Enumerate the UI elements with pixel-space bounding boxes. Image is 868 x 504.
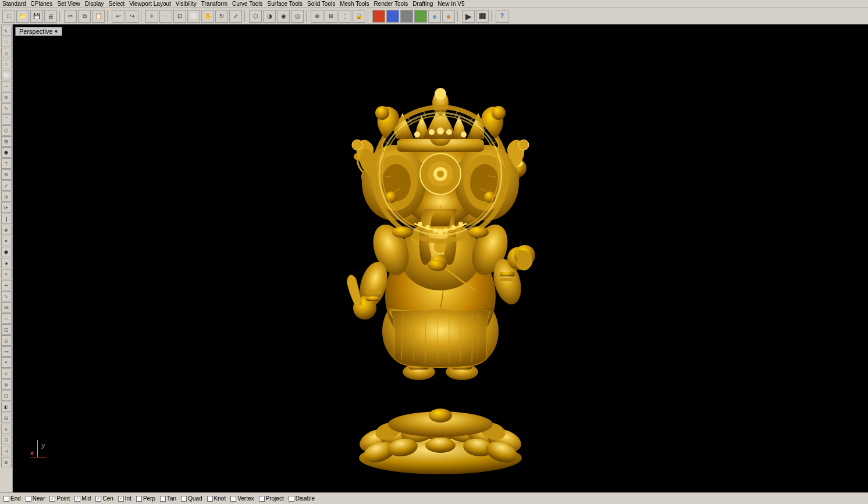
menu-visibility[interactable]: Visibility: [176, 1, 197, 7]
help-button[interactable]: ?: [496, 10, 508, 23]
status-checkbox-project[interactable]: [259, 496, 265, 502]
open-button[interactable]: 📁: [16, 10, 29, 23]
left-btn-28[interactable]: ◫: [1, 324, 12, 335]
left-btn-16[interactable]: ⊕: [1, 191, 12, 202]
color-sphere2[interactable]: ●: [386, 10, 399, 23]
left-btn-31[interactable]: ⌖: [1, 357, 12, 368]
left-btn-9[interactable]: ⌒: [1, 114, 12, 125]
menu-display[interactable]: Display: [85, 1, 104, 7]
ghosted-button[interactable]: ◎: [291, 10, 304, 23]
viewport-label[interactable]: Perspective ▼: [15, 27, 62, 36]
zoom-out-button[interactable]: −: [159, 10, 172, 23]
left-btn-37[interactable]: ⌾: [1, 424, 12, 434]
lock-button[interactable]: 🔒: [353, 10, 365, 23]
left-btn-33[interactable]: ⊚: [1, 379, 12, 390]
color-sphere1[interactable]: ●: [372, 10, 385, 23]
menu-viewport-layout[interactable]: Viewport Layout: [129, 1, 171, 7]
left-btn-23[interactable]: ✧: [1, 269, 12, 279]
pan-button[interactable]: ✋: [201, 10, 214, 23]
zoom-in-button[interactable]: +: [145, 10, 158, 23]
status-checkbox-int[interactable]: [118, 496, 124, 502]
rendered-button[interactable]: ◉: [277, 10, 290, 23]
left-btn-25[interactable]: ⤡: [1, 291, 12, 301]
color-sphere3[interactable]: ●: [400, 10, 413, 23]
status-checkbox-vertex[interactable]: [230, 496, 236, 502]
menu-solid-tools[interactable]: Solid Tools: [307, 1, 335, 7]
left-btn-19[interactable]: ⊗: [1, 225, 12, 235]
rotate-button[interactable]: ↻: [215, 10, 228, 23]
status-checkbox-tan[interactable]: [160, 496, 166, 502]
left-btn-11[interactable]: ⊞: [1, 136, 12, 147]
status-checkbox-disable[interactable]: [289, 496, 294, 502]
ortho-button[interactable]: ⊞: [325, 10, 337, 23]
status-checkbox-point[interactable]: [49, 496, 55, 502]
left-btn-29[interactable]: ⌸: [1, 335, 12, 346]
menu-render-tools[interactable]: Render Tools: [374, 1, 408, 7]
left-btn-39[interactable]: ⊣: [1, 446, 12, 456]
left-btn-24[interactable]: ⊸: [1, 280, 12, 290]
redo-button[interactable]: ↪: [126, 10, 138, 23]
left-btn-36[interactable]: ⊟: [1, 413, 12, 423]
zoom-fit-button[interactable]: ⊡: [173, 10, 186, 23]
copy-button[interactable]: ⧉: [78, 10, 91, 23]
color-sphere5[interactable]: ●: [428, 10, 441, 23]
menu-transform[interactable]: Transform: [201, 1, 227, 7]
grid-button[interactable]: ⋮: [339, 10, 351, 23]
viewport[interactable]: Perspective ▼: [13, 24, 868, 492]
zoom-window-button[interactable]: ⬜: [187, 10, 200, 23]
save-button[interactable]: 💾: [30, 10, 43, 23]
status-checkbox-perp[interactable]: [136, 496, 142, 502]
left-btn-34[interactable]: ⊡: [1, 391, 12, 401]
menu-select[interactable]: Select: [109, 1, 125, 7]
status-checkbox-knot[interactable]: [207, 496, 213, 502]
status-checkbox-mid[interactable]: [74, 496, 80, 502]
render2-button[interactable]: ⬛: [476, 10, 489, 23]
wireframe-button[interactable]: ⬡: [249, 10, 262, 23]
color-sphere6[interactable]: ●: [442, 10, 455, 23]
menu-new-in-v5[interactable]: New In V5: [437, 1, 464, 7]
left-btn-5[interactable]: ⬜: [1, 70, 12, 80]
menu-mesh-tools[interactable]: Mesh Tools: [340, 1, 369, 7]
viewport-dropdown-arrow[interactable]: ▼: [54, 29, 58, 34]
left-btn-40[interactable]: ⊜: [1, 457, 12, 467]
color-sphere4[interactable]: ●: [414, 10, 427, 23]
left-btn-26[interactable]: ⋈: [1, 302, 12, 313]
left-btn-10[interactable]: ⬡: [1, 125, 12, 136]
left-btn-30[interactable]: ⊶: [1, 346, 12, 357]
snap-button[interactable]: ⊕: [311, 10, 323, 23]
paste-button[interactable]: 📋: [92, 10, 105, 23]
status-checkbox-quad[interactable]: [181, 496, 187, 502]
left-btn-21[interactable]: ⬢: [1, 247, 12, 257]
menu-surface-tools[interactable]: Surface Tools: [268, 1, 303, 7]
left-btn-20[interactable]: ✦: [1, 236, 12, 246]
left-btn-13[interactable]: T: [1, 158, 12, 169]
print-button[interactable]: 🖨: [44, 10, 57, 23]
left-btn-18[interactable]: ∥: [1, 214, 12, 224]
left-btn-3[interactable]: △: [1, 48, 12, 58]
left-btn-38[interactable]: ⌻: [1, 435, 12, 445]
menu-drafting[interactable]: Drafting: [412, 1, 433, 7]
left-btn-2[interactable]: ⬚: [1, 37, 12, 47]
left-btn-4[interactable]: ○: [1, 59, 12, 69]
status-checkbox-cen[interactable]: [95, 496, 101, 502]
menu-standard[interactable]: Standard: [2, 1, 26, 7]
new-button[interactable]: □: [2, 10, 15, 23]
left-btn-8[interactable]: ∿: [1, 103, 12, 113]
left-btn-14[interactable]: ⟲: [1, 169, 12, 180]
render-button[interactable]: ▶: [462, 10, 475, 23]
left-btn-35[interactable]: ◧: [1, 402, 12, 412]
left-btn-6[interactable]: ⋯: [1, 81, 12, 91]
left-btn-15[interactable]: ⤢: [1, 180, 12, 191]
left-btn-32[interactable]: ⍉: [1, 368, 12, 379]
menu-cplanes[interactable]: CPlanes: [31, 1, 53, 7]
left-btn-22[interactable]: ◈: [1, 258, 12, 268]
undo-button[interactable]: ↩: [112, 10, 124, 23]
menu-setview[interactable]: Set View: [57, 1, 80, 7]
extents-button[interactable]: ⤢: [229, 10, 242, 23]
shaded-button[interactable]: ◑: [263, 10, 276, 23]
left-btn-27[interactable]: ⌓: [1, 313, 12, 324]
menu-curve-tools[interactable]: Curve Tools: [232, 1, 263, 7]
left-btn-7[interactable]: ⊙: [1, 92, 12, 102]
status-checkbox-near[interactable]: [26, 496, 31, 502]
left-btn-17[interactable]: ⟳: [1, 203, 12, 213]
